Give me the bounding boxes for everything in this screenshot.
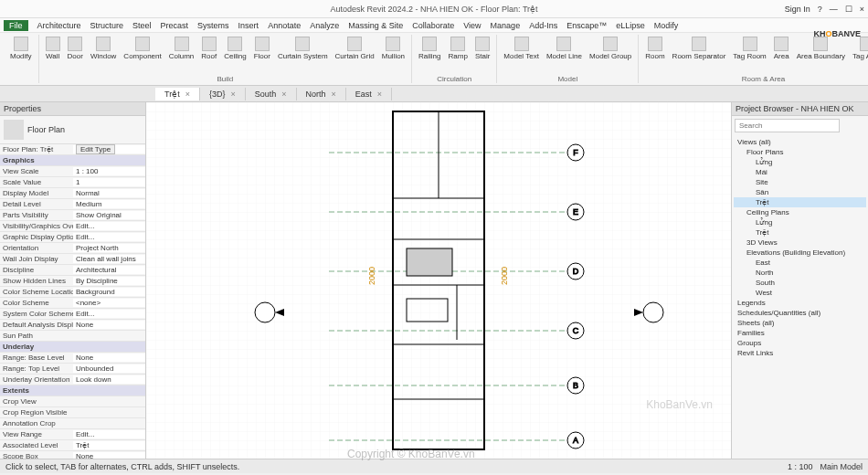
- property-value[interactable]: Clean all wall joins: [73, 255, 145, 263]
- menu-massing[interactable]: Massing & Site: [348, 21, 403, 30]
- property-row[interactable]: Show Hidden LinesBy Discipline: [0, 276, 145, 287]
- drawing-canvas[interactable]: A B C D E F 2000 2000: [146, 102, 731, 459]
- property-row[interactable]: Scale Value1: [0, 177, 145, 188]
- property-value[interactable]: Architectural: [73, 266, 145, 274]
- property-value[interactable]: By Discipline: [73, 277, 145, 285]
- menu-annotate[interactable]: Annotate: [268, 21, 301, 30]
- property-row[interactable]: Detail LevelMedium: [0, 199, 145, 210]
- tree-node[interactable]: Schedules/Quantities (all): [734, 308, 866, 318]
- tree-node[interactable]: North: [734, 268, 866, 278]
- menu-addins[interactable]: Add-Ins: [529, 21, 557, 30]
- menu-manage[interactable]: Manage: [491, 21, 521, 30]
- instance-filter[interactable]: Floor Plan: Trệt: [0, 145, 73, 153]
- property-row[interactable]: Graphic Display OptionsEdit...: [0, 232, 145, 243]
- property-value[interactable]: Look down: [73, 375, 145, 384]
- ribbon-modify[interactable]: Modify: [7, 35, 35, 62]
- property-row[interactable]: Crop Region Visible: [0, 407, 145, 418]
- tab-close-icon[interactable]: ×: [230, 90, 235, 99]
- tree-node[interactable]: Mái: [734, 167, 866, 177]
- status-scale[interactable]: 1 : 100: [788, 462, 813, 471]
- tree-node[interactable]: Site: [734, 177, 866, 187]
- ribbon-roof[interactable]: Roof: [198, 35, 219, 62]
- property-value[interactable]: 1: [73, 178, 145, 186]
- property-row[interactable]: Scope BoxNone: [0, 451, 145, 459]
- menu-modify[interactable]: Modify: [654, 21, 679, 30]
- view-tab[interactable]: East×: [346, 88, 392, 100]
- ribbon-room[interactable]: Room: [642, 35, 667, 62]
- property-value[interactable]: Edit...: [73, 222, 145, 230]
- ribbon-wall[interactable]: Wall: [43, 35, 63, 62]
- menu-ellipse[interactable]: eLLipse: [616, 21, 645, 30]
- property-row[interactable]: Color Scheme<none>: [0, 298, 145, 309]
- property-row[interactable]: Crop View: [0, 396, 145, 407]
- property-row[interactable]: Display ModelNormal: [0, 188, 145, 199]
- tree-node[interactable]: Floor Plans: [734, 147, 866, 157]
- menu-analyze[interactable]: Analyze: [310, 21, 339, 30]
- property-value[interactable]: Medium: [73, 200, 145, 208]
- menu-architecture[interactable]: Architecture: [37, 21, 81, 30]
- menu-view[interactable]: View: [463, 21, 481, 30]
- property-row[interactable]: Parts VisibilityShow Original: [0, 210, 145, 221]
- property-row[interactable]: Range: Base LevelNone: [0, 353, 145, 364]
- property-value[interactable]: None: [73, 452, 145, 459]
- tab-close-icon[interactable]: ×: [185, 90, 190, 99]
- menu-systems[interactable]: Systems: [197, 21, 229, 30]
- menu-insert[interactable]: Insert: [238, 21, 259, 30]
- property-row[interactable]: Color Scheme LocationBackground: [0, 287, 145, 298]
- ribbon-ramp[interactable]: Ramp: [446, 35, 471, 62]
- ribbon-curtain-system[interactable]: Curtain System: [275, 35, 331, 62]
- property-value[interactable]: <none>: [73, 299, 145, 307]
- ribbon-ceiling[interactable]: Ceiling: [221, 35, 249, 62]
- property-row[interactable]: Associated LevelTrệt: [0, 440, 145, 451]
- property-value[interactable]: Unbounded: [73, 364, 145, 373]
- property-value[interactable]: Background: [73, 288, 145, 296]
- tree-node[interactable]: Elevations (Building Elevation): [734, 248, 866, 258]
- property-value[interactable]: Normal: [73, 189, 145, 197]
- close-icon[interactable]: ×: [860, 5, 864, 14]
- property-row[interactable]: OrientationProject North: [0, 243, 145, 254]
- signin-button[interactable]: Sign In: [785, 5, 810, 14]
- tree-node[interactable]: Legends: [734, 298, 866, 308]
- property-row[interactable]: Default Analysis Display ...None: [0, 320, 145, 331]
- property-value[interactable]: None: [73, 354, 145, 362]
- ribbon-railing[interactable]: Railing: [416, 35, 443, 62]
- ribbon-mullion[interactable]: Mullion: [379, 35, 408, 62]
- menu-steel[interactable]: Steel: [132, 21, 152, 30]
- tree-node[interactable]: Ceiling Plans: [734, 207, 866, 217]
- ribbon-door[interactable]: Door: [65, 35, 86, 62]
- ribbon-window[interactable]: Window: [88, 35, 119, 62]
- ribbon-tag-room[interactable]: Tag Room: [730, 35, 768, 62]
- property-value[interactable]: Edit...: [73, 430, 145, 438]
- tab-close-icon[interactable]: ×: [332, 90, 336, 99]
- tree-node[interactable]: Sân: [734, 187, 866, 197]
- tree-node[interactable]: Families: [734, 328, 866, 338]
- ribbon-area[interactable]: Area: [771, 35, 792, 62]
- tree-node[interactable]: Revit Links: [734, 348, 866, 358]
- maximize-icon[interactable]: ☐: [845, 5, 852, 14]
- tab-close-icon[interactable]: ×: [377, 90, 382, 99]
- property-value[interactable]: Show Original: [73, 211, 145, 219]
- menu-collaborate[interactable]: Collaborate: [412, 21, 454, 30]
- tree-node[interactable]: 3D Views: [734, 238, 866, 248]
- ribbon-curtain-grid[interactable]: Curtain Grid: [333, 35, 377, 62]
- browser-search-input[interactable]: [735, 119, 840, 132]
- property-row[interactable]: Underlay OrientationLook down: [0, 375, 145, 385]
- tree-node[interactable]: Groups: [734, 338, 866, 348]
- property-value[interactable]: 1 : 100: [73, 167, 145, 175]
- property-value[interactable]: Edit...: [73, 310, 145, 318]
- menu-structure[interactable]: Structure: [90, 21, 124, 30]
- ribbon-model-text[interactable]: Model Text: [501, 35, 542, 62]
- tree-node[interactable]: Trệt: [734, 197, 866, 207]
- tree-node[interactable]: Trệt: [734, 227, 866, 238]
- property-row[interactable]: Sun Path: [0, 331, 145, 342]
- property-value[interactable]: Project North: [73, 244, 145, 252]
- property-value[interactable]: Trệt: [73, 441, 145, 449]
- property-value[interactable]: None: [73, 321, 145, 329]
- property-row[interactable]: System Color SchemesEdit...: [0, 309, 145, 320]
- tree-node[interactable]: Lửng: [734, 157, 866, 167]
- minimize-icon[interactable]: —: [830, 5, 838, 14]
- view-tab[interactable]: North×: [297, 88, 346, 100]
- tree-node[interactable]: Sheets (all): [734, 318, 866, 328]
- property-row[interactable]: Wall Join DisplayClean all wall joins: [0, 254, 145, 265]
- ribbon-room-separator[interactable]: Room Separator: [670, 35, 729, 62]
